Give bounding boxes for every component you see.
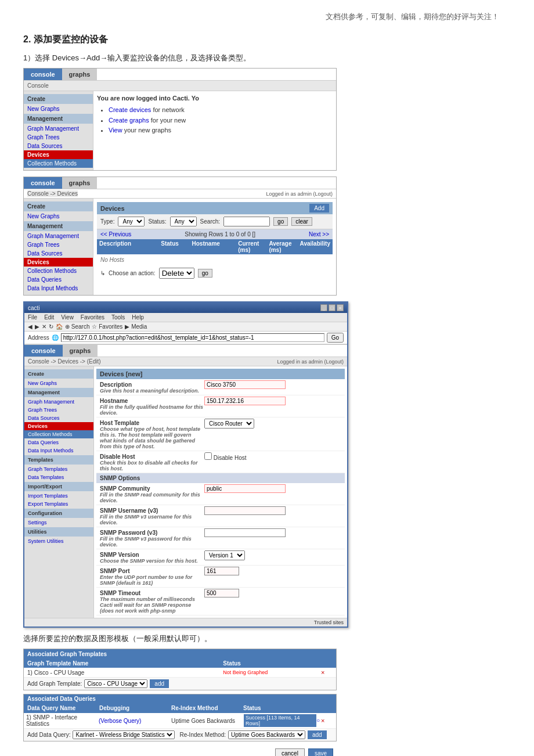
sidebar-settings-ie[interactable]: Settings bbox=[24, 519, 93, 527]
save-button[interactable]: save bbox=[308, 748, 333, 756]
sidebar-data-sources[interactable]: Data Sources bbox=[24, 142, 93, 150]
sidebar-devices-ie[interactable]: Devices bbox=[24, 422, 93, 430]
create-devices-link[interactable]: Create devices bbox=[109, 106, 151, 113]
ie-minimize-btn[interactable]: _ bbox=[320, 304, 327, 311]
sidebar-data-input-methods-2[interactable]: Data Input Methods bbox=[24, 284, 93, 293]
refresh-icon[interactable]: ↻ bbox=[49, 323, 53, 330]
dq-verbose-query[interactable]: (Verbose Query) bbox=[99, 718, 141, 724]
go-address-btn[interactable]: Go bbox=[327, 333, 344, 343]
description-input[interactable] bbox=[204, 380, 286, 389]
sidebar-collection-methods-2[interactable]: Collection Methods bbox=[24, 267, 93, 275]
form-snmp-timeout-label: SNMP Timeout The maximum number of milli… bbox=[100, 589, 204, 614]
dq-refresh-1[interactable]: ○ bbox=[316, 717, 320, 724]
sidebar-collection-methods[interactable]: Collection Methods bbox=[24, 159, 93, 168]
sidebar-2: Create New Graphs Management Graph Manag… bbox=[24, 199, 93, 295]
section-title: 2. 添加要监控的设备 bbox=[23, 34, 108, 44]
sidebar-new-graphs-ie[interactable]: New Graphs bbox=[24, 379, 93, 387]
snmp-version-select[interactable]: Version 1 Version 2 Version 3 bbox=[204, 550, 245, 560]
clear-btn[interactable]: clear bbox=[291, 217, 312, 226]
dq-add-btn[interactable]: add bbox=[308, 730, 327, 739]
form-snmp-timeout-value bbox=[204, 589, 341, 597]
sidebar-data-sources-ie[interactable]: Data Sources bbox=[24, 414, 93, 422]
search-input[interactable] bbox=[223, 217, 270, 226]
menu-file[interactable]: File bbox=[28, 314, 37, 321]
sidebar-new-graphs-2[interactable]: New Graphs bbox=[24, 212, 93, 221]
tab-graphs-2[interactable]: graphs bbox=[62, 177, 98, 189]
devices-header: Devices Add bbox=[97, 202, 333, 214]
sidebar-graph-trees-2[interactable]: Graph Trees bbox=[24, 240, 93, 249]
ie-maximize-btn[interactable]: □ bbox=[329, 304, 335, 311]
sidebar-data-templates-ie[interactable]: Data Templates bbox=[24, 473, 93, 481]
disable-host-checkbox[interactable] bbox=[204, 452, 212, 460]
dq-remove-1[interactable]: × bbox=[321, 717, 324, 724]
home-icon[interactable]: 🏠 bbox=[56, 323, 63, 330]
status-select[interactable]: Any bbox=[170, 217, 197, 226]
menu-help[interactable]: Help bbox=[132, 314, 144, 321]
host-template-select[interactable]: Cisco Router bbox=[204, 419, 254, 429]
action-row: ↳ Choose an action: Delete go bbox=[97, 265, 333, 281]
sidebar-graph-trees[interactable]: Graph Trees bbox=[24, 133, 93, 142]
dq-add-select[interactable]: Karlnet - Wireless Bridge Statistics bbox=[73, 730, 175, 739]
tab-graphs-ie[interactable]: graphs bbox=[63, 345, 98, 357]
dq-reindex-select[interactable]: Uptime Goes Backwards bbox=[228, 730, 305, 739]
sidebar-graph-templates-ie[interactable]: Graph Templates bbox=[24, 465, 93, 473]
snmp-username-input[interactable] bbox=[204, 506, 286, 515]
create-graphs-link[interactable]: Create graphs bbox=[109, 117, 149, 124]
sidebar-export-templates-ie[interactable]: Export Templates bbox=[24, 500, 93, 508]
sidebar-sys-utilities-ie[interactable]: System Utilities bbox=[24, 537, 93, 545]
sidebar-create-label-2: Create bbox=[24, 201, 93, 211]
sidebar-data-queries-ie[interactable]: Data Queries bbox=[24, 438, 93, 447]
gt-add-select[interactable]: Cisco - CPU Usage bbox=[84, 679, 147, 688]
tab-console-2[interactable]: console bbox=[24, 177, 62, 189]
sidebar-devices-2[interactable]: Devices bbox=[24, 258, 93, 267]
snmp-community-input[interactable] bbox=[204, 484, 286, 493]
add-device-btn[interactable]: Add bbox=[309, 204, 329, 213]
action-select[interactable]: Delete bbox=[159, 268, 194, 279]
gt-add-btn[interactable]: add bbox=[150, 679, 169, 688]
sidebar-devices[interactable]: Devices bbox=[24, 150, 93, 159]
form-snmp-username-row: SNMP Username (v3) Fill in the SNMP v3 u… bbox=[96, 505, 345, 527]
sidebar-collection-ie[interactable]: Collection Methods bbox=[24, 430, 93, 438]
gt-col-header: Graph Template Name Status bbox=[24, 659, 336, 668]
menu-view[interactable]: View bbox=[61, 314, 74, 321]
snmp-port-input[interactable] bbox=[204, 567, 239, 575]
cancel-save-row: cancel save bbox=[23, 745, 337, 756]
menu-edit[interactable]: Edit bbox=[44, 314, 54, 321]
dq-reindex-label: Re-Index Method: bbox=[179, 732, 226, 738]
forward-icon[interactable]: ▶ bbox=[35, 323, 39, 330]
stop-icon[interactable]: ✕ bbox=[42, 323, 46, 330]
sidebar-data-sources-2[interactable]: Data Sources bbox=[24, 249, 93, 258]
menu-tools[interactable]: Tools bbox=[111, 314, 125, 321]
dq-add-label: Add Data Query: bbox=[27, 732, 70, 738]
sidebar-mgmt-label-2: Management bbox=[24, 221, 93, 231]
prev-btn[interactable]: << Previous bbox=[100, 231, 131, 237]
sidebar-new-graphs[interactable]: New Graphs bbox=[24, 105, 93, 113]
tab-graphs-1[interactable]: graphs bbox=[62, 69, 98, 80]
tab-console-ie[interactable]: console bbox=[24, 345, 63, 357]
cancel-button[interactable]: cancel bbox=[275, 748, 305, 756]
sidebar-templates-ie: Templates bbox=[24, 455, 93, 465]
tab-console-1[interactable]: console bbox=[24, 69, 62, 80]
sidebar-import-templates-ie[interactable]: Import Templates bbox=[24, 492, 93, 500]
hostname-input[interactable] bbox=[204, 397, 286, 405]
logged-in-2: Logged in as admin (Logout) bbox=[266, 191, 333, 197]
type-select[interactable]: Any bbox=[118, 217, 145, 226]
snmp-password-input[interactable] bbox=[204, 528, 286, 537]
sidebar-graph-trees-ie[interactable]: Graph Trees bbox=[24, 406, 93, 414]
view-graphs-link[interactable]: View bbox=[109, 127, 122, 134]
back-icon[interactable]: ◀ bbox=[28, 323, 33, 330]
sidebar-data-queries-2[interactable]: Data Queries bbox=[24, 275, 93, 284]
menu-favorites[interactable]: Favorites bbox=[81, 314, 104, 321]
action-go-btn[interactable]: go bbox=[198, 269, 212, 278]
sidebar-graph-mgmt-2[interactable]: Graph Management bbox=[24, 232, 93, 240]
address-input[interactable] bbox=[61, 333, 324, 342]
go-btn[interactable]: go bbox=[273, 217, 288, 226]
devices-empty-panel: console graphs Console -> Devices Logged… bbox=[23, 177, 337, 296]
next-btn[interactable]: Next >> bbox=[309, 231, 329, 237]
sidebar-graph-mgmt[interactable]: Graph Management bbox=[24, 124, 93, 133]
sidebar-graph-mgmt-ie[interactable]: Graph Management bbox=[24, 398, 93, 406]
gt-remove-1[interactable]: × bbox=[321, 669, 333, 676]
snmp-timeout-input[interactable] bbox=[204, 589, 239, 597]
ie-close-btn[interactable]: × bbox=[337, 304, 344, 311]
sidebar-data-input-ie[interactable]: Data Input Methods bbox=[24, 447, 93, 455]
